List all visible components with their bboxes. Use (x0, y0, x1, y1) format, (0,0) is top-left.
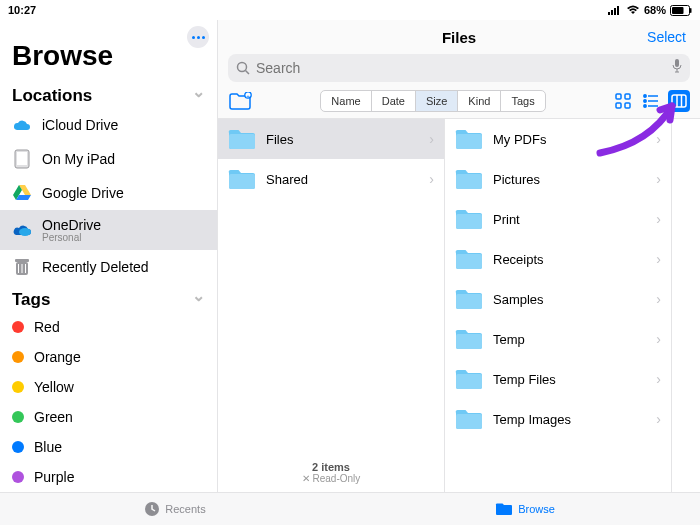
folder-icon (455, 408, 483, 430)
status-right: 68% (608, 4, 692, 16)
svg-rect-0 (608, 12, 610, 15)
sidebar-tag-orange[interactable]: Orange (0, 342, 217, 372)
column-view-button[interactable] (668, 90, 690, 112)
svg-rect-37 (456, 214, 482, 229)
wifi-icon (626, 5, 640, 15)
folder-icon (455, 248, 483, 270)
svg-rect-42 (456, 414, 482, 429)
tab-bar: Recents Browse (0, 492, 700, 525)
battery-percent: 68% (644, 4, 666, 16)
folder-icon (228, 168, 256, 190)
chevron-right-icon: › (656, 291, 661, 307)
svg-rect-35 (456, 134, 482, 149)
chevron-right-icon: › (656, 131, 661, 147)
svg-rect-41 (456, 374, 482, 389)
folder-name: Temp (493, 332, 646, 347)
sidebar-tag-yellow[interactable]: Yellow (0, 372, 217, 402)
folder-name: Temp Files (493, 372, 646, 387)
svg-rect-12 (18, 264, 19, 273)
search-field[interactable] (228, 54, 690, 82)
folder-row[interactable]: Temp› (445, 319, 671, 359)
tags-header[interactable]: Tags (0, 284, 217, 312)
svg-rect-21 (625, 94, 630, 99)
folder-icon (455, 128, 483, 150)
select-button[interactable]: Select (647, 29, 686, 45)
status-bar: 10:27 68% (0, 0, 700, 20)
svg-rect-13 (22, 264, 23, 273)
tag-dot-icon (12, 321, 24, 333)
sort-option-kind[interactable]: Kind (458, 91, 501, 111)
svg-rect-8 (17, 152, 27, 165)
new-folder-button[interactable]: + (228, 90, 254, 112)
folder-row[interactable]: Temp Images› (445, 399, 671, 439)
folder-row[interactable]: Print› (445, 199, 671, 239)
locations-label: Locations (12, 86, 92, 106)
list-view-button[interactable] (640, 90, 662, 112)
chevron-down-icon (192, 86, 205, 106)
sidebar-item-ipad[interactable]: On My iPad (0, 142, 217, 176)
folder-name: Receipts (493, 252, 646, 267)
folder-icon (228, 128, 256, 150)
tag-label: Orange (34, 349, 205, 365)
tab-browse[interactable]: Browse (350, 493, 700, 525)
folder-row[interactable]: Temp Files› (445, 359, 671, 399)
svg-rect-39 (456, 294, 482, 309)
chevron-right-icon: › (656, 251, 661, 267)
folder-row[interactable]: Pictures› (445, 159, 671, 199)
column-footer: 2 items ✕ Read-Only (218, 461, 444, 484)
svg-rect-33 (229, 134, 255, 149)
folder-row[interactable]: My PDFs› (445, 119, 671, 159)
tag-label: Green (34, 409, 205, 425)
tab-recents[interactable]: Recents (0, 493, 350, 525)
chevron-right-icon: › (429, 171, 434, 187)
locations-header[interactable]: Locations (0, 80, 217, 108)
sidebar-item-icloud[interactable]: iCloud Drive (0, 108, 217, 142)
sort-option-tags[interactable]: Tags (501, 91, 544, 111)
folder-row[interactable]: Receipts› (445, 239, 671, 279)
folder-icon (455, 368, 483, 390)
sidebar-item-trash[interactable]: Recently Deleted (0, 250, 217, 284)
svg-rect-3 (617, 6, 619, 15)
sidebar-item-label: Recently Deleted (42, 259, 205, 275)
search-input[interactable] (256, 60, 666, 76)
folder-row[interactable]: Shared› (218, 159, 444, 199)
column-1: My PDFs›Pictures›Print›Receipts›Samples›… (445, 119, 672, 492)
folder-name: Shared (266, 172, 419, 187)
mic-icon[interactable] (672, 59, 682, 77)
chevron-right-icon: › (656, 371, 661, 387)
sidebar-item-onedrive[interactable]: OneDrive Personal (0, 210, 217, 250)
sort-option-date[interactable]: Date (372, 91, 416, 111)
sidebar-tag-green[interactable]: Green (0, 402, 217, 432)
gdrive-icon (12, 183, 32, 203)
svg-rect-2 (614, 8, 616, 15)
svg-point-28 (644, 105, 646, 107)
folder-name: My PDFs (493, 132, 646, 147)
folder-icon (495, 502, 513, 516)
sidebar-item-gdrive[interactable]: Google Drive (0, 176, 217, 210)
chevron-right-icon: › (656, 171, 661, 187)
sidebar-title: Browse (0, 24, 217, 80)
tag-label: Purple (34, 469, 205, 485)
chevron-right-icon: › (429, 131, 434, 147)
folder-row[interactable]: Files› (218, 119, 444, 159)
sidebar-tag-blue[interactable]: Blue (0, 432, 217, 462)
more-button[interactable] (187, 26, 209, 48)
grid-view-button[interactable] (612, 90, 634, 112)
folder-row[interactable]: Samples› (445, 279, 671, 319)
clock-icon (144, 501, 160, 517)
sort-option-size[interactable]: Size (416, 91, 458, 111)
folder-name: Temp Images (493, 412, 646, 427)
sort-option-name[interactable]: Name (321, 91, 371, 111)
sort-segmented-control[interactable]: NameDateSizeKindTags (320, 90, 545, 112)
sidebar-item-label: Google Drive (42, 185, 205, 201)
sidebar-item-label: OneDrive Personal (42, 217, 205, 243)
tag-dot-icon (12, 441, 24, 453)
columns-view: Files›Shared› 2 items ✕ Read-Only My PDF… (218, 118, 700, 492)
svg-point-9 (19, 228, 31, 236)
sidebar-tag-purple[interactable]: Purple (0, 462, 217, 492)
onedrive-icon (12, 220, 32, 240)
tag-dot-icon (12, 411, 24, 423)
battery-icon (670, 5, 692, 16)
sidebar: Browse Locations iCloud Drive On My iPad… (0, 20, 218, 492)
sidebar-tag-red[interactable]: Red (0, 312, 217, 342)
